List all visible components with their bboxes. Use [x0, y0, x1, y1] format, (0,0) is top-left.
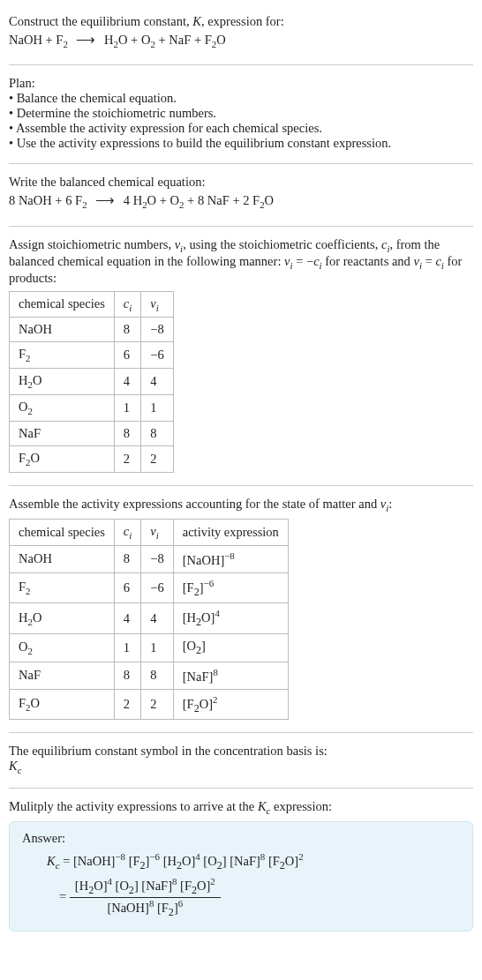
cell-nu: 8 — [141, 662, 173, 689]
cell-c: 2 — [114, 446, 140, 473]
txt: Assemble the activity expressions accoun… — [9, 497, 380, 511]
table-row: NaF88 — [10, 422, 174, 446]
plus: + — [158, 33, 169, 47]
equation-balanced: 8 NaOH + 6 F2 ⟶ 4 H2O + O2 + 8 NaF + 2 F… — [9, 190, 473, 213]
plan-item: • Assemble the activity expression for e… — [9, 121, 473, 136]
table-row: H2O44 — [10, 369, 174, 395]
product: F2O — [205, 33, 226, 47]
product: 4 H2O — [124, 193, 156, 207]
product: 8 NaF — [198, 193, 230, 207]
sp-base: F — [19, 347, 26, 361]
numerator: [H2O]4 [O2] [NaF]8 [F2O]2 — [70, 876, 221, 898]
cell-c: 8 — [114, 422, 140, 446]
txt: = — [422, 254, 435, 268]
txt: Assign stoichiometric numbers, — [9, 237, 175, 251]
plan-item: • Use the activity expressions to build … — [9, 136, 473, 151]
equation-unbalanced: NaOH + F2 ⟶ H2O + O2 + NaF + F2O — [9, 29, 473, 52]
sp-base: NaOH — [19, 193, 52, 207]
sub: i — [156, 530, 159, 541]
sp-coef: 6 — [65, 193, 72, 207]
intro-text-a: Construct the equilibrium constant, — [9, 14, 192, 28]
cell-activity: [F2]−6 — [173, 572, 288, 603]
cell-species: NaOH — [10, 318, 115, 342]
col-activity: activity expression — [173, 519, 288, 545]
table-row: F2O22 — [10, 446, 174, 473]
cell-c: 1 — [114, 395, 140, 422]
sp-coef: 8 — [9, 193, 15, 207]
cell-activity: [F2O]2 — [173, 689, 288, 720]
plus: + — [131, 33, 141, 47]
sp-sub: 2 — [179, 199, 184, 210]
sp-sub: 2 — [27, 406, 32, 416]
cell-species: O2 — [10, 395, 115, 422]
symbol-kc: Kc — [9, 759, 473, 775]
cell-nu: −6 — [141, 572, 173, 603]
cell-nu: 2 — [141, 446, 173, 473]
fraction: [H2O]4 [O2] [NaF]8 [F2O]2 [NaOH]8 [F2]6 — [70, 876, 221, 918]
stoich-table: chemical species ci νi NaOH8−8 F26−6 H2O… — [9, 291, 174, 473]
cell-c: 6 — [114, 342, 140, 369]
txt: for reactants and — [322, 254, 414, 268]
col-species: chemical species — [10, 291, 115, 318]
cell-species: F2 — [10, 572, 115, 603]
sub: i — [156, 302, 159, 312]
divider — [9, 485, 473, 486]
table-row: F2O22[F2O]2 — [10, 689, 289, 720]
txt: Mulitply the activity expressions to arr… — [9, 799, 258, 813]
cell-nu: −6 — [141, 342, 173, 369]
txt: : — [388, 497, 392, 511]
K: K — [47, 854, 56, 868]
intro-text-b: , expression for: — [201, 14, 284, 28]
sp-base: H — [104, 33, 113, 47]
cell-nu: 4 — [141, 603, 173, 634]
table-row: O211 — [10, 395, 174, 422]
plus: + — [187, 193, 198, 207]
col-nu: νi — [141, 519, 173, 545]
divider — [9, 732, 473, 733]
cell-activity: [NaF]8 — [173, 662, 288, 689]
sp-base: NaF — [19, 426, 41, 440]
sp-sub: 2 — [26, 353, 30, 363]
sub: i — [129, 530, 132, 541]
txt: = − — [293, 254, 314, 268]
col-species: chemical species — [10, 519, 115, 545]
product: O2 — [141, 33, 155, 47]
K: K — [9, 759, 18, 773]
cell-activity: [NaOH]−8 — [173, 545, 288, 572]
cell-species: H2O — [10, 369, 115, 395]
sp-coef: 8 — [198, 193, 204, 207]
cell-species: NaF — [10, 662, 115, 689]
plus: + — [232, 193, 243, 207]
cell-nu: 2 — [141, 689, 173, 720]
cell-nu: 8 — [141, 422, 173, 446]
table-row: O211[O2] — [10, 634, 289, 662]
stoich-section: Assign stoichiometric numbers, νi, using… — [9, 230, 473, 482]
sp-base: F — [75, 193, 82, 207]
cell-nu: 4 — [141, 369, 173, 395]
cell-c: 8 — [114, 545, 140, 572]
sp-base: F — [205, 33, 212, 47]
product: NaF — [169, 33, 191, 47]
answer-equation: Kc = [NaOH]−8 [F2]−6 [H2O]4 [O2] [NaF]8 … — [22, 851, 460, 918]
sp-base: NaOH — [19, 322, 52, 336]
cell-activity: [O2] — [173, 634, 288, 662]
divider — [9, 163, 473, 164]
cell-c: 4 — [114, 369, 140, 395]
symbol-text: The equilibrium constant symbol in the c… — [9, 744, 473, 759]
cell-species: NaOH — [10, 545, 115, 572]
sp-base: NaOH — [9, 33, 42, 47]
balanced-equation-section: Write the balanced chemical equation: 8 … — [9, 168, 473, 221]
sp-base: F — [252, 193, 260, 207]
plus: + — [160, 193, 170, 207]
table-row: NaOH8−8 — [10, 318, 174, 342]
plan-item: • Determine the stoichiometric numbers. — [9, 106, 473, 121]
reactant: NaOH — [9, 33, 42, 47]
cell-c: 8 — [114, 318, 140, 342]
cell-c: 1 — [114, 634, 140, 662]
reactant: 8 NaOH — [9, 193, 52, 207]
reaction-arrow-icon: ⟶ — [71, 33, 101, 47]
col-c: ci — [114, 291, 140, 318]
cell-species: F2O — [10, 689, 115, 720]
sp-tail: O — [33, 373, 41, 387]
reaction-arrow-icon: ⟶ — [90, 193, 120, 207]
